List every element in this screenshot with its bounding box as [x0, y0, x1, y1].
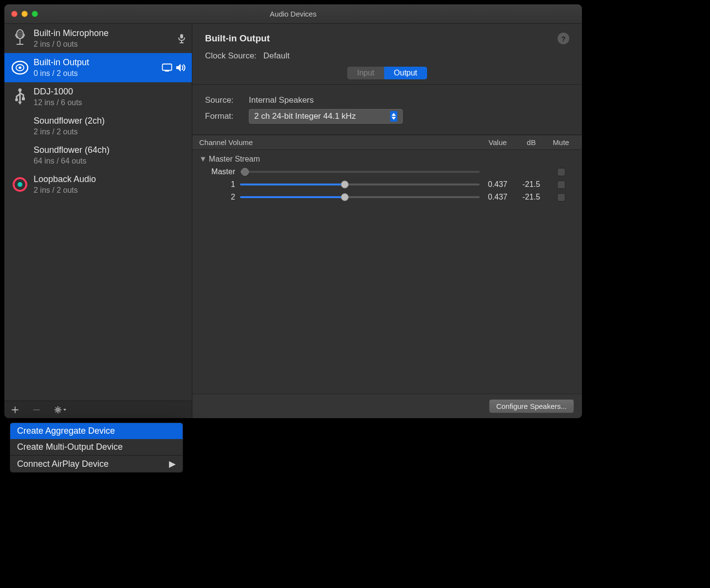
device-list: Built-in Microphone2 ins / 0 outsBuilt-i… [4, 24, 192, 401]
channel-label: 2 [199, 193, 240, 202]
device-sidebar: Built-in Microphone2 ins / 0 outsBuilt-i… [4, 24, 192, 418]
tab-input[interactable]: Input [347, 67, 384, 79]
device-name: Soundflower (2ch) [34, 115, 183, 126]
sidebar-toolbar [4, 401, 192, 418]
mute-cell [547, 168, 575, 176]
svg-point-11 [19, 67, 21, 69]
source-row: Source: Internal Speakers [205, 95, 569, 105]
device-name: DDJ-1000 [34, 86, 183, 97]
svg-rect-6 [180, 34, 183, 38]
device-row[interactable]: Soundflower (64ch)64 ins / 64 outs [4, 141, 192, 170]
device-type-icon [9, 87, 31, 107]
volume-body: ▼ Master Stream Master10.437-21.520.437-… [192, 150, 582, 394]
device-type-icon [9, 58, 31, 77]
add-device-menu: Create Aggregate DeviceCreate Multi-Outp… [10, 423, 183, 473]
volume-header: Channel Volume Value dB Mute [192, 135, 582, 150]
channel-value: 0.437 [480, 193, 516, 202]
device-channels: 2 ins / 2 outs [34, 185, 183, 195]
channel-label: 1 [199, 180, 240, 189]
source-format-section: Source: Internal Speakers Format: 2 ch 2… [192, 85, 582, 135]
source-label: Source: [205, 95, 249, 105]
channel-row: 20.437-21.5 [199, 191, 575, 203]
close-button[interactable] [11, 11, 18, 17]
device-row[interactable]: Built-in Microphone2 ins / 0 outs [4, 24, 192, 53]
tab-output[interactable]: Output [384, 67, 427, 79]
mute-cell [547, 181, 575, 189]
help-button[interactable]: ? [558, 33, 569, 44]
minimize-button[interactable] [21, 11, 28, 17]
format-value: 2 ch 24-bit Integer 44.1 kHz [254, 111, 356, 121]
window-title: Audio Devices [4, 10, 582, 18]
device-row[interactable]: Loopback Audio2 ins / 2 outs [4, 170, 192, 199]
svg-point-19 [57, 408, 59, 411]
col-channel: Channel Volume [199, 138, 480, 147]
source-value: Internal Speakers [249, 95, 314, 105]
input-device-icon [177, 33, 186, 44]
col-value: Value [480, 138, 516, 147]
channel-row: Master [199, 165, 575, 178]
format-label: Format: [205, 111, 249, 121]
clock-source-row: Clock Source: Default [205, 51, 569, 61]
channel-value: 0.437 [480, 180, 516, 189]
device-name: Built-in Output [34, 57, 159, 68]
device-channels: 12 ins / 6 outs [34, 98, 183, 108]
system-output-icon [162, 63, 172, 72]
svg-rect-16 [22, 97, 25, 100]
device-channels: 64 ins / 64 outs [34, 156, 183, 166]
device-channels: 2 ins / 2 outs [34, 127, 183, 137]
mute-checkbox[interactable] [557, 181, 565, 189]
stream-name: Master Stream [209, 155, 260, 164]
clock-source-label: Clock Source: [205, 51, 257, 61]
gear-menu-button[interactable] [54, 406, 67, 414]
menu-item[interactable]: Create Aggregate Device [10, 423, 183, 439]
channel-row: 10.437-21.5 [199, 178, 575, 191]
output-device-icon [175, 63, 186, 72]
device-row[interactable]: Soundflower (2ch)2 ins / 2 outs [4, 111, 192, 141]
channel-db: -21.5 [516, 193, 547, 202]
titlebar: Audio Devices [4, 4, 582, 24]
main-footer: Configure Speakers... [192, 394, 582, 418]
volume-slider[interactable] [240, 184, 480, 185]
svg-point-18 [18, 182, 22, 187]
device-row[interactable]: Built-in Output0 ins / 2 outs [4, 53, 192, 82]
channel-label: Master [199, 167, 240, 176]
device-detail: Built-in Output ? Clock Source: Default … [192, 24, 582, 418]
stream-header[interactable]: ▼ Master Stream [199, 153, 575, 165]
stepper-icon [390, 111, 397, 122]
svg-point-15 [15, 98, 18, 101]
mute-checkbox[interactable] [557, 168, 565, 176]
menu-item-airplay[interactable]: Connect AirPlay Device ▶ [10, 456, 183, 472]
mute-cell [547, 193, 575, 202]
submenu-chevron-icon: ▶ [169, 459, 176, 469]
device-name: Soundflower (64ch) [34, 145, 183, 155]
channel-db: -21.5 [516, 180, 547, 189]
device-title: Built-in Output [205, 33, 270, 44]
col-mute: Mute [547, 138, 575, 147]
menu-item-label: Create Multi-Output Device [17, 442, 123, 452]
format-select[interactable]: 2 ch 24-bit Integer 44.1 kHz [249, 109, 403, 124]
menu-item[interactable]: Create Multi-Output Device [10, 439, 183, 455]
device-name: Built-in Microphone [34, 28, 174, 38]
volume-slider [240, 171, 480, 173]
device-row[interactable]: DDJ-100012 ins / 6 outs [4, 82, 192, 111]
device-channels: 0 ins / 2 outs [34, 69, 159, 78]
audio-midi-setup-window: Audio Devices Built-in Microphone2 ins /… [4, 4, 582, 419]
svg-point-13 [19, 89, 22, 92]
add-device-button[interactable] [11, 406, 19, 414]
format-row: Format: 2 ch 24-bit Integer 44.1 kHz [205, 109, 569, 124]
zoom-button[interactable] [32, 11, 38, 17]
main-header: Built-in Output ? Clock Source: Default … [192, 24, 582, 85]
col-db: dB [516, 138, 547, 147]
device-name: Loopback Audio [34, 174, 183, 184]
remove-device-button[interactable] [33, 406, 40, 414]
configure-speakers-button[interactable]: Configure Speakers... [489, 399, 574, 413]
volume-slider[interactable] [240, 196, 480, 198]
menu-item-label: Create Aggregate Device [17, 426, 115, 436]
io-tabs: Input Output [205, 61, 569, 79]
device-type-icon [9, 29, 31, 48]
mute-checkbox[interactable] [557, 193, 565, 202]
device-type-icon [9, 177, 31, 192]
device-channels: 2 ins / 0 outs [34, 39, 174, 49]
svg-rect-12 [163, 64, 172, 71]
traffic-lights [11, 11, 38, 17]
